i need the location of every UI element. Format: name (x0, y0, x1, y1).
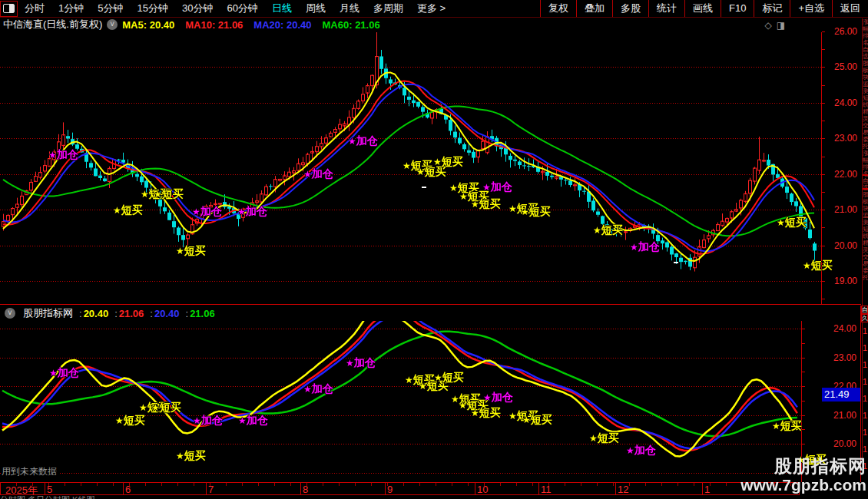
price-axis-label: 24.00 (834, 97, 857, 108)
star-icon: ★ (176, 451, 184, 461)
month-label: 10 (477, 484, 488, 495)
signal-label-add-position: ★加仓 (303, 167, 333, 181)
toolbar-button-F10[interactable]: F10 (721, 0, 754, 17)
signal-label-add-position: ★加仓 (193, 414, 223, 428)
tab-15分钟[interactable]: 15分钟 (130, 0, 174, 17)
star-icon: ★ (772, 421, 780, 431)
star-icon: ★ (593, 225, 601, 236)
indicator-header: ˅ 股朋指标网 :20.40:21.06:20.40:21.06 (0, 306, 215, 320)
star-icon: ★ (115, 415, 124, 426)
star-icon: ★ (113, 205, 121, 216)
signal-label-short-buy: ★短买 (593, 223, 623, 237)
toolbar-button-多股[interactable]: 多股 (612, 0, 648, 17)
star-icon: ★ (434, 372, 442, 383)
axis-tick (802, 358, 805, 359)
price-axis-label: 23.00 (833, 352, 856, 363)
window-icon[interactable]: ◨ (777, 20, 785, 31)
indicator-name: 股朋指标网 (23, 306, 73, 320)
price-axis-label: 24.00 (833, 323, 856, 334)
axis-tick (802, 444, 805, 444)
stock-title: 中信海直(日线.前复权) (3, 18, 102, 31)
signal-label-add-position: ★加仓 (237, 205, 267, 219)
value-colon: : (150, 308, 153, 319)
chevron-down-icon[interactable]: ˅ (107, 19, 118, 30)
axis-tick (822, 281, 825, 282)
toolbar-button-统计[interactable]: 统计 (648, 0, 684, 17)
signal-label-add-position: ★加仓 (346, 356, 376, 370)
site-watermark: 股朋指标网 www.7gpzb.com (740, 457, 866, 494)
month-divider (300, 483, 301, 494)
tab-周线[interactable]: 周线 (299, 0, 333, 17)
month-label: 9 (387, 484, 393, 495)
indicator-values: :20.40:21.06:20.40:21.06 (73, 306, 215, 320)
star-icon: ★ (471, 199, 479, 210)
tab-日线[interactable]: 日线 (265, 0, 299, 17)
indicator-canvas[interactable] (0, 321, 801, 482)
axis-tick (802, 343, 805, 344)
signal-label-add-position: ★加仓 (49, 366, 79, 380)
axis-tick (822, 121, 825, 121)
signal-label-add-position: ★加仓 (303, 382, 333, 396)
star-icon: ★ (459, 191, 468, 202)
indicator-chart[interactable]: ★加仓★短买★短买★短买★短买★加仓★加仓★加仓★加仓★短买★短买★短买★短买★… (0, 321, 801, 482)
signal-label-add-position: ★加仓 (348, 134, 378, 148)
toolbar-button-复权[interactable]: 复权 (540, 0, 576, 17)
axis-tick (822, 157, 825, 157)
star-icon: ★ (405, 375, 413, 385)
toolbar-button-叠加[interactable]: 叠加 (576, 0, 612, 17)
star-icon: ★ (522, 415, 531, 425)
tab-月线[interactable]: 月线 (333, 0, 366, 17)
star-icon: ★ (48, 150, 57, 160)
star-icon: ★ (139, 402, 147, 413)
chevron-down-icon[interactable]: ˅ (5, 308, 15, 319)
star-icon: ★ (521, 207, 529, 217)
toolbar-button-画线[interactable]: 画线 (684, 0, 721, 17)
tab-30分钟[interactable]: 30分钟 (175, 0, 220, 17)
main-candlestick-chart[interactable]: ★加仓★短买★短买★短买★短买★加仓★加仓★加仓★加仓★短买★短买★短买★短买★… (0, 32, 821, 304)
star-icon: ★ (151, 402, 160, 413)
month-label: 1 (704, 484, 710, 495)
axis-tick (822, 67, 825, 68)
ma-legend: MA5: 20.40MA10: 21.06MA20: 20.40MA60: 21… (122, 18, 390, 31)
price-axis-label: 21.00 (833, 410, 856, 421)
axis-tick (822, 31, 825, 32)
indicator-value: 20.40 (84, 308, 109, 319)
star-icon: ★ (154, 189, 162, 200)
bottom-tab-sliver: 分时图 多日分时图 K线图 (0, 496, 800, 499)
toolbar-button-+自选[interactable]: +自选 (790, 0, 832, 17)
axis-tick (822, 246, 825, 246)
last-value-badge: 21.49 (822, 388, 860, 402)
star-icon: ★ (483, 392, 492, 403)
main-chart-header: 中信海直(日线.前复权) ˅ MA5: 20.40MA10: 21.06MA20… (0, 17, 860, 32)
star-icon: ★ (403, 160, 411, 171)
month-divider (475, 483, 475, 494)
diamond-icon[interactable]: ◇ (764, 20, 771, 31)
tab-5分钟[interactable]: 5分钟 (91, 0, 130, 17)
signal-label-add-position: ★加仓 (483, 391, 513, 405)
signal-label-add-position: ★加仓 (48, 148, 78, 162)
price-axis-label: 19.00 (834, 276, 857, 286)
axis-tick (802, 429, 805, 430)
toolbar-button-返回[interactable]: 返回 (832, 0, 868, 17)
value-colon: : (186, 308, 189, 319)
star-icon: ★ (509, 411, 517, 421)
star-icon: ★ (416, 167, 425, 177)
axis-tick (822, 227, 825, 228)
star-icon: ★ (777, 217, 785, 228)
price-axis-label: 20.00 (833, 438, 856, 449)
tab-60分钟[interactable]: 60分钟 (220, 0, 264, 17)
month-divider (538, 483, 539, 494)
toolbar-button-标记[interactable]: 标记 (754, 0, 790, 17)
window-split-button[interactable] (0, 1, 18, 17)
month-label: 11 (541, 484, 552, 495)
axis-tick (802, 386, 805, 387)
tab-多周期[interactable]: 多周期 (366, 0, 410, 17)
month-divider (123, 483, 124, 494)
axis-tick (822, 174, 825, 175)
star-icon: ★ (238, 415, 247, 426)
split-window-icon (3, 4, 15, 13)
tab-更多 >[interactable]: 更多 > (410, 0, 452, 17)
tab-分时[interactable]: 分时 (18, 0, 51, 17)
tab-1分钟[interactable]: 1分钟 (51, 0, 91, 17)
signal-label-add-position: ★加仓 (482, 180, 512, 194)
